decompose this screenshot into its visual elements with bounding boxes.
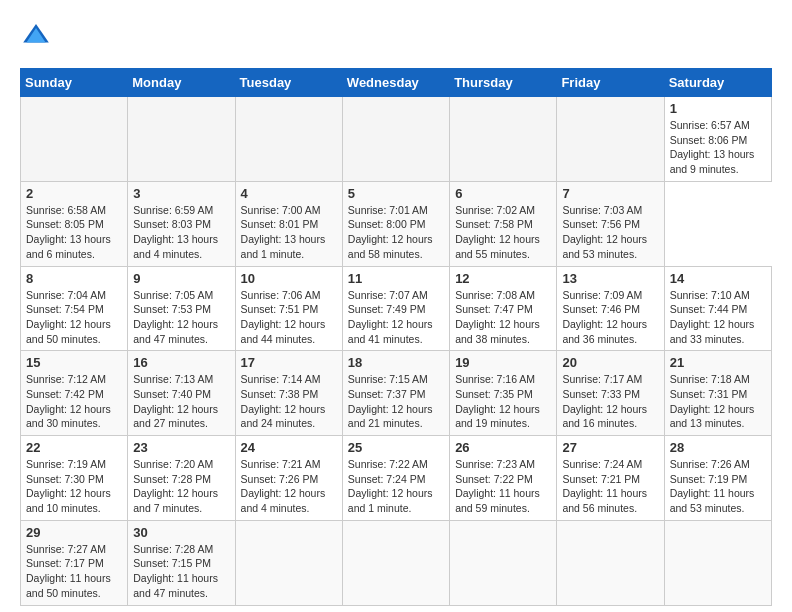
calendar-header: SundayMondayTuesdayWednesdayThursdayFrid… xyxy=(21,69,772,97)
calendar-cell: 10Sunrise: 7:06 AMSunset: 7:51 PMDayligh… xyxy=(235,266,342,351)
logo-icon xyxy=(20,20,52,52)
header-cell-wednesday: Wednesday xyxy=(342,69,449,97)
day-info: Sunrise: 7:13 AMSunset: 7:40 PMDaylight:… xyxy=(133,372,229,431)
calendar-cell xyxy=(664,520,771,605)
calendar-cell: 18Sunrise: 7:15 AMSunset: 7:37 PMDayligh… xyxy=(342,351,449,436)
calendar-cell: 15Sunrise: 7:12 AMSunset: 7:42 PMDayligh… xyxy=(21,351,128,436)
day-number: 22 xyxy=(26,440,122,455)
calendar-cell: 16Sunrise: 7:13 AMSunset: 7:40 PMDayligh… xyxy=(128,351,235,436)
calendar-cell: 21Sunrise: 7:18 AMSunset: 7:31 PMDayligh… xyxy=(664,351,771,436)
day-info: Sunrise: 7:19 AMSunset: 7:30 PMDaylight:… xyxy=(26,457,122,516)
day-number: 11 xyxy=(348,271,444,286)
day-info: Sunrise: 6:57 AMSunset: 8:06 PMDaylight:… xyxy=(670,118,766,177)
calendar-cell: 23Sunrise: 7:20 AMSunset: 7:28 PMDayligh… xyxy=(128,436,235,521)
day-number: 10 xyxy=(241,271,337,286)
logo xyxy=(20,20,56,52)
calendar-cell: 3Sunrise: 6:59 AMSunset: 8:03 PMDaylight… xyxy=(128,181,235,266)
calendar-cell: 5Sunrise: 7:01 AMSunset: 8:00 PMDaylight… xyxy=(342,181,449,266)
calendar-cell: 25Sunrise: 7:22 AMSunset: 7:24 PMDayligh… xyxy=(342,436,449,521)
day-info: Sunrise: 7:08 AMSunset: 7:47 PMDaylight:… xyxy=(455,288,551,347)
calendar-cell: 20Sunrise: 7:17 AMSunset: 7:33 PMDayligh… xyxy=(557,351,664,436)
day-number: 7 xyxy=(562,186,658,201)
calendar-cell xyxy=(557,520,664,605)
day-number: 6 xyxy=(455,186,551,201)
day-info: Sunrise: 7:26 AMSunset: 7:19 PMDaylight:… xyxy=(670,457,766,516)
calendar-week-2: 8Sunrise: 7:04 AMSunset: 7:54 PMDaylight… xyxy=(21,266,772,351)
calendar-cell xyxy=(342,97,449,182)
calendar-cell: 27Sunrise: 7:24 AMSunset: 7:21 PMDayligh… xyxy=(557,436,664,521)
day-number: 28 xyxy=(670,440,766,455)
day-number: 27 xyxy=(562,440,658,455)
day-info: Sunrise: 7:27 AMSunset: 7:17 PMDaylight:… xyxy=(26,542,122,601)
day-info: Sunrise: 7:15 AMSunset: 7:37 PMDaylight:… xyxy=(348,372,444,431)
calendar-cell: 12Sunrise: 7:08 AMSunset: 7:47 PMDayligh… xyxy=(450,266,557,351)
header-cell-saturday: Saturday xyxy=(664,69,771,97)
day-number: 25 xyxy=(348,440,444,455)
day-number: 21 xyxy=(670,355,766,370)
day-number: 14 xyxy=(670,271,766,286)
calendar-cell xyxy=(235,520,342,605)
day-number: 9 xyxy=(133,271,229,286)
day-number: 2 xyxy=(26,186,122,201)
header-row: SundayMondayTuesdayWednesdayThursdayFrid… xyxy=(21,69,772,97)
day-number: 24 xyxy=(241,440,337,455)
calendar-week-4: 22Sunrise: 7:19 AMSunset: 7:30 PMDayligh… xyxy=(21,436,772,521)
header-cell-sunday: Sunday xyxy=(21,69,128,97)
calendar-cell xyxy=(21,97,128,182)
calendar-cell: 13Sunrise: 7:09 AMSunset: 7:46 PMDayligh… xyxy=(557,266,664,351)
day-number: 20 xyxy=(562,355,658,370)
day-info: Sunrise: 7:21 AMSunset: 7:26 PMDaylight:… xyxy=(241,457,337,516)
calendar-cell: 11Sunrise: 7:07 AMSunset: 7:49 PMDayligh… xyxy=(342,266,449,351)
calendar-cell: 17Sunrise: 7:14 AMSunset: 7:38 PMDayligh… xyxy=(235,351,342,436)
calendar-cell: 26Sunrise: 7:23 AMSunset: 7:22 PMDayligh… xyxy=(450,436,557,521)
day-info: Sunrise: 7:23 AMSunset: 7:22 PMDaylight:… xyxy=(455,457,551,516)
day-info: Sunrise: 6:59 AMSunset: 8:03 PMDaylight:… xyxy=(133,203,229,262)
day-info: Sunrise: 7:17 AMSunset: 7:33 PMDaylight:… xyxy=(562,372,658,431)
calendar-cell: 4Sunrise: 7:00 AMSunset: 8:01 PMDaylight… xyxy=(235,181,342,266)
page-header xyxy=(20,20,772,52)
calendar-cell: 6Sunrise: 7:02 AMSunset: 7:58 PMDaylight… xyxy=(450,181,557,266)
calendar-week-5: 29Sunrise: 7:27 AMSunset: 7:17 PMDayligh… xyxy=(21,520,772,605)
day-number: 4 xyxy=(241,186,337,201)
calendar-cell: 28Sunrise: 7:26 AMSunset: 7:19 PMDayligh… xyxy=(664,436,771,521)
day-info: Sunrise: 7:05 AMSunset: 7:53 PMDaylight:… xyxy=(133,288,229,347)
day-number: 23 xyxy=(133,440,229,455)
calendar-cell: 2Sunrise: 6:58 AMSunset: 8:05 PMDaylight… xyxy=(21,181,128,266)
calendar-cell xyxy=(450,520,557,605)
calendar-cell: 29Sunrise: 7:27 AMSunset: 7:17 PMDayligh… xyxy=(21,520,128,605)
calendar-cell xyxy=(342,520,449,605)
day-info: Sunrise: 7:04 AMSunset: 7:54 PMDaylight:… xyxy=(26,288,122,347)
calendar-week-3: 15Sunrise: 7:12 AMSunset: 7:42 PMDayligh… xyxy=(21,351,772,436)
day-info: Sunrise: 7:18 AMSunset: 7:31 PMDaylight:… xyxy=(670,372,766,431)
calendar-cell: 7Sunrise: 7:03 AMSunset: 7:56 PMDaylight… xyxy=(557,181,664,266)
day-number: 16 xyxy=(133,355,229,370)
day-info: Sunrise: 7:01 AMSunset: 8:00 PMDaylight:… xyxy=(348,203,444,262)
day-number: 12 xyxy=(455,271,551,286)
day-info: Sunrise: 7:06 AMSunset: 7:51 PMDaylight:… xyxy=(241,288,337,347)
calendar-body: 1Sunrise: 6:57 AMSunset: 8:06 PMDaylight… xyxy=(21,97,772,606)
day-info: Sunrise: 7:02 AMSunset: 7:58 PMDaylight:… xyxy=(455,203,551,262)
header-cell-friday: Friday xyxy=(557,69,664,97)
calendar-cell: 22Sunrise: 7:19 AMSunset: 7:30 PMDayligh… xyxy=(21,436,128,521)
day-info: Sunrise: 6:58 AMSunset: 8:05 PMDaylight:… xyxy=(26,203,122,262)
day-info: Sunrise: 7:10 AMSunset: 7:44 PMDaylight:… xyxy=(670,288,766,347)
day-number: 29 xyxy=(26,525,122,540)
day-number: 15 xyxy=(26,355,122,370)
day-number: 5 xyxy=(348,186,444,201)
header-cell-thursday: Thursday xyxy=(450,69,557,97)
calendar-week-0: 1Sunrise: 6:57 AMSunset: 8:06 PMDaylight… xyxy=(21,97,772,182)
calendar-cell: 24Sunrise: 7:21 AMSunset: 7:26 PMDayligh… xyxy=(235,436,342,521)
day-info: Sunrise: 7:09 AMSunset: 7:46 PMDaylight:… xyxy=(562,288,658,347)
header-cell-tuesday: Tuesday xyxy=(235,69,342,97)
day-info: Sunrise: 7:07 AMSunset: 7:49 PMDaylight:… xyxy=(348,288,444,347)
day-info: Sunrise: 7:03 AMSunset: 7:56 PMDaylight:… xyxy=(562,203,658,262)
day-info: Sunrise: 7:16 AMSunset: 7:35 PMDaylight:… xyxy=(455,372,551,431)
calendar-cell xyxy=(128,97,235,182)
day-number: 17 xyxy=(241,355,337,370)
day-info: Sunrise: 7:20 AMSunset: 7:28 PMDaylight:… xyxy=(133,457,229,516)
calendar-cell: 19Sunrise: 7:16 AMSunset: 7:35 PMDayligh… xyxy=(450,351,557,436)
day-number: 19 xyxy=(455,355,551,370)
calendar-cell xyxy=(235,97,342,182)
calendar-cell: 1Sunrise: 6:57 AMSunset: 8:06 PMDaylight… xyxy=(664,97,771,182)
day-number: 30 xyxy=(133,525,229,540)
